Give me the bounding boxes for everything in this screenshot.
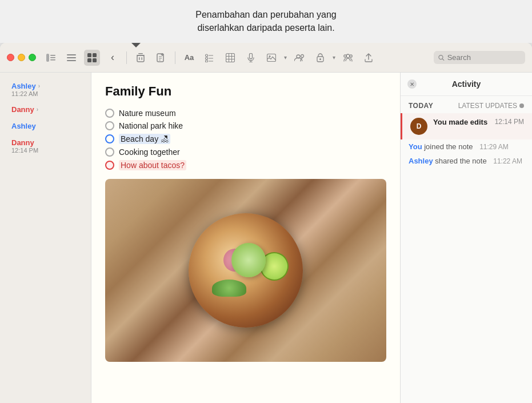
separator-1 bbox=[126, 51, 127, 64]
svg-point-42 bbox=[346, 54, 350, 58]
search-input[interactable] bbox=[447, 53, 521, 62]
checklist-item-3[interactable]: Beach day 🏖 bbox=[105, 132, 386, 146]
activity-close-button[interactable]: ✕ bbox=[407, 79, 417, 89]
close-button[interactable] bbox=[7, 54, 14, 61]
item-text-3: Beach day 🏖 bbox=[119, 134, 170, 144]
activity-action-text: You made edits bbox=[433, 118, 489, 126]
checkbox-2[interactable] bbox=[105, 121, 114, 130]
sidebar-item-danny-2[interactable]: Danny 12:14 PM bbox=[3, 135, 87, 157]
activity-title: Activity bbox=[452, 79, 481, 89]
checklist-item-2[interactable]: National park hike bbox=[105, 119, 386, 132]
table-button[interactable] bbox=[222, 50, 238, 66]
item-text-1: Nature museum bbox=[119, 109, 176, 118]
svg-line-46 bbox=[443, 59, 444, 60]
separator-2 bbox=[175, 51, 175, 64]
sidebar-name-danny2: Danny bbox=[11, 138, 79, 147]
activity-latest-label: LATEST UPDATES bbox=[458, 102, 524, 110]
app-window: ‹ Aa bbox=[0, 43, 532, 403]
sidebar-item-ashley-1[interactable]: Ashley › 11:22 AM bbox=[3, 78, 87, 101]
svg-rect-15 bbox=[142, 57, 143, 60]
item-text-4: Cooking together bbox=[119, 147, 180, 157]
tooltip-text: Penambahan dan perubahan yang diserlahka… bbox=[195, 9, 336, 34]
sidebar-item-ashley-2[interactable]: Ashley bbox=[3, 118, 87, 134]
media-button[interactable] bbox=[263, 50, 279, 66]
delete-button[interactable] bbox=[133, 50, 149, 66]
collaborators-button[interactable] bbox=[291, 50, 307, 66]
activity-content-edits: You made edits bbox=[433, 118, 489, 126]
traffic-lights bbox=[7, 54, 36, 61]
svg-rect-33 bbox=[250, 53, 253, 59]
sidebar-name-ashley2: Ashley bbox=[11, 122, 79, 130]
search-box[interactable] bbox=[434, 51, 525, 64]
share-button[interactable] bbox=[361, 50, 377, 66]
activity-button[interactable] bbox=[340, 50, 356, 66]
activity-item-joined: You joined the note 11:29 AM bbox=[401, 139, 532, 154]
checklist: Nature museum National park hike Beach d… bbox=[105, 107, 386, 172]
audio-button[interactable] bbox=[243, 50, 259, 66]
svg-point-37 bbox=[269, 55, 271, 57]
svg-point-22 bbox=[206, 54, 208, 57]
activity-avatar-danny: D bbox=[410, 118, 427, 135]
activity-actor-ashley: Ashley bbox=[409, 157, 433, 165]
checkbox-3[interactable] bbox=[105, 134, 114, 143]
activity-panel: ✕ Activity TODAY LATEST UPDATES D You ma… bbox=[401, 73, 532, 403]
tooltip-line1: Penambahan dan perubahan yang bbox=[195, 10, 336, 19]
svg-point-45 bbox=[439, 55, 443, 59]
latest-dot bbox=[519, 103, 524, 108]
checklist-item-4[interactable]: Cooking together bbox=[105, 146, 386, 158]
sidebar-chevron-2: › bbox=[37, 106, 38, 113]
new-note-button[interactable] bbox=[153, 50, 169, 66]
svg-rect-14 bbox=[139, 57, 140, 60]
lock-button[interactable] bbox=[312, 50, 328, 66]
grid-view-button[interactable] bbox=[84, 50, 100, 66]
back-button[interactable]: ‹ bbox=[105, 50, 121, 66]
svg-rect-3 bbox=[50, 59, 55, 61]
activity-time-edits: 12:14 PM bbox=[495, 118, 524, 126]
main-area: Ashley › 11:22 AM Danny › Ashley Danny bbox=[0, 73, 532, 403]
svg-rect-28 bbox=[226, 53, 235, 62]
activity-item-shared: Ashley shared the note 11:22 AM bbox=[401, 154, 532, 168]
sidebar-chevron: › bbox=[38, 83, 40, 89]
checkbox-1[interactable] bbox=[105, 109, 114, 118]
activity-time-shared: 11:22 AM bbox=[493, 157, 522, 165]
svg-point-24 bbox=[206, 57, 208, 59]
activity-item-edits: D You made edits 12:14 PM bbox=[401, 113, 532, 139]
svg-rect-5 bbox=[67, 57, 76, 58]
item-text-5: How about tacos? bbox=[119, 160, 186, 170]
sidebar-toggle-button[interactable] bbox=[43, 50, 59, 66]
svg-rect-8 bbox=[93, 53, 97, 57]
list-view-button[interactable] bbox=[63, 50, 79, 66]
sidebar-time-ashley: 11:22 AM bbox=[11, 90, 79, 97]
checkbox-4[interactable] bbox=[105, 147, 114, 157]
svg-rect-12 bbox=[138, 53, 143, 54]
svg-rect-36 bbox=[267, 54, 276, 61]
svg-rect-13 bbox=[137, 55, 144, 62]
activity-header: ✕ Activity bbox=[401, 73, 532, 96]
text-format-button[interactable]: Aa bbox=[181, 50, 197, 66]
activity-today-label: TODAY bbox=[409, 102, 433, 110]
checklist-item-1[interactable]: Nature museum bbox=[105, 107, 386, 119]
svg-point-41 bbox=[319, 58, 321, 60]
search-icon bbox=[438, 54, 445, 61]
checkbox-5[interactable] bbox=[105, 161, 114, 170]
note-area: Family Fun Nature museum National park h… bbox=[91, 73, 401, 403]
sidebar-time-danny: 12:14 PM bbox=[11, 147, 79, 154]
minimize-button[interactable] bbox=[18, 54, 25, 61]
item-text-2: National park hike bbox=[119, 121, 183, 130]
svg-rect-6 bbox=[67, 60, 76, 61]
onion-decoration bbox=[223, 249, 246, 272]
activity-actor-you: You bbox=[409, 142, 422, 151]
sidebar-item-danny-1[interactable]: Danny › bbox=[3, 102, 87, 117]
note-title: Family Fun bbox=[105, 84, 386, 99]
svg-rect-9 bbox=[87, 58, 91, 62]
svg-point-39 bbox=[301, 54, 304, 57]
svg-rect-4 bbox=[67, 54, 76, 55]
checklist-item-5[interactable]: How about tacos? bbox=[105, 158, 386, 172]
fullscreen-button[interactable] bbox=[29, 54, 36, 61]
food-image bbox=[105, 179, 386, 362]
lime-decoration bbox=[256, 248, 293, 285]
svg-point-26 bbox=[206, 60, 208, 62]
activity-section-header: TODAY LATEST UPDATES bbox=[401, 96, 532, 113]
tooltip-area: Penambahan dan perubahan yang diserlahka… bbox=[0, 0, 532, 43]
checklist-button[interactable] bbox=[202, 50, 218, 66]
